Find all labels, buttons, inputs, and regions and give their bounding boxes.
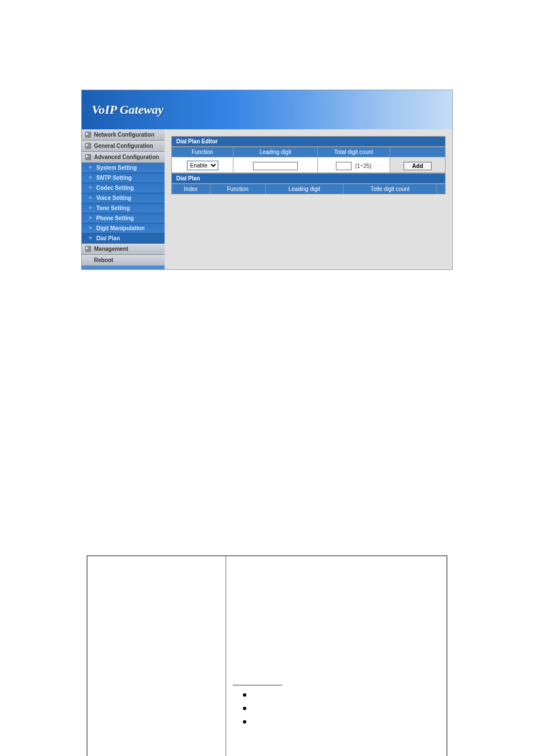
col-action [390, 147, 446, 157]
col-function-list: Function [210, 184, 265, 194]
col-index: Index [172, 184, 210, 194]
col-total-digit-count: Total digit count [317, 147, 390, 157]
dial-plan-list-table: Index Function Leading digit Totle digit… [171, 184, 446, 194]
add-button[interactable]: Add [404, 162, 431, 170]
count-range-hint: (1~25) [355, 163, 371, 169]
sidebar-item-voice-setting[interactable]: Voice Setting [82, 193, 165, 203]
col-leading-digit: Leading digit [233, 147, 318, 157]
col-function: Function [172, 147, 233, 157]
editor-panel-title: Dial Plan Editor [171, 136, 446, 147]
total-digit-count-input[interactable] [336, 162, 352, 170]
list-panel-title: Dial Plan [171, 173, 446, 184]
underline-divider [233, 685, 282, 685]
sidebar-item-phone-setting[interactable]: Phone Setting [82, 213, 165, 223]
sidebar-item-reboot[interactable]: Reboot [82, 255, 165, 266]
sidebar-item-general-configuration[interactable]: General Configuration [82, 141, 165, 152]
bullet-icon [243, 720, 246, 724]
sidebar-item-management[interactable]: Management [82, 244, 165, 255]
sidebar-item-digit-manipulation[interactable]: Digit Manipulation [82, 223, 165, 234]
sidebar-item-network-configuration[interactable]: Network Configuration [82, 129, 165, 141]
sidebar-item-sntp-setting[interactable]: SNTP Setting [82, 173, 165, 183]
sidebar-item-dial-plan[interactable]: Dial Plan [82, 234, 165, 244]
sidebar-item-tone-setting[interactable]: Tone Setting [82, 203, 165, 213]
sidebar-item-codec-setting[interactable]: Codec Setting [82, 183, 165, 193]
main-content: Dial Plan Editor Function Leading digit … [165, 129, 452, 269]
col-leading-list: Leading digit [265, 184, 343, 194]
leading-digit-input[interactable] [253, 162, 298, 170]
logo: VoIP Gateway [92, 102, 163, 117]
col-total-list: Totle digit count [343, 184, 437, 194]
bullet-icon [243, 693, 246, 697]
col-action-list [437, 184, 445, 194]
sidebar-item-system-setting[interactable]: System Setting [82, 163, 165, 173]
function-select[interactable]: Enable [187, 161, 218, 170]
app-header: VoIP Gateway [82, 90, 452, 129]
description-table [87, 556, 447, 756]
sidebar: Network Configuration General Configurat… [82, 129, 165, 269]
bullet-icon [243, 707, 246, 710]
sidebar-item-advanced-configuration[interactable]: Advanced Configuration [82, 152, 165, 163]
dial-plan-editor-table: Function Leading digit Total digit count… [171, 147, 446, 173]
